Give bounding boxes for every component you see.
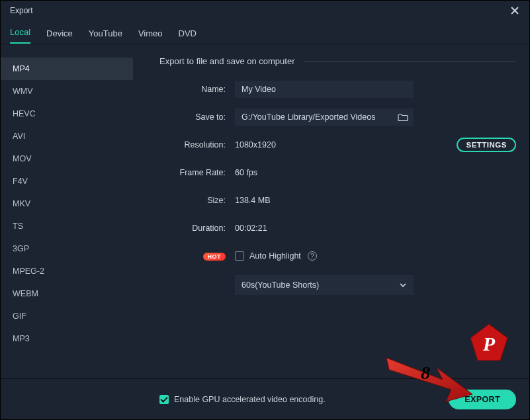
- format-sidebar: MP4 WMV HEVC AVI MOV F4V MKV TS 3GP MPEG…: [1, 44, 133, 379]
- format-mp3[interactable]: MP3: [1, 327, 133, 350]
- export-dialog: Export Local Device YouTube Vimeo DVD MP…: [0, 0, 530, 420]
- size-label: Size:: [159, 196, 226, 205]
- format-ts[interactable]: TS: [1, 215, 133, 237]
- footer: Enable GPU accelerated video encoding. E…: [1, 378, 529, 419]
- section-divider: [304, 61, 516, 62]
- window-title: Export: [10, 6, 33, 15]
- framerate-value: 60 fps: [235, 168, 257, 177]
- auto-highlight-label: Auto Highlight: [249, 251, 301, 261]
- close-icon: [511, 7, 519, 15]
- size-value: 138.4 MB: [235, 196, 271, 205]
- name-label: Name:: [159, 85, 226, 94]
- tab-local[interactable]: Local: [10, 27, 30, 44]
- format-mp4[interactable]: MP4: [1, 58, 133, 80]
- format-mov[interactable]: MOV: [1, 147, 133, 170]
- auto-highlight-checkbox[interactable]: [235, 251, 244, 261]
- name-input[interactable]: [235, 81, 414, 98]
- tab-bar: Local Device YouTube Vimeo DVD: [1, 21, 529, 44]
- dialog-body: MP4 WMV HEVC AVI MOV F4V MKV TS 3GP MPEG…: [1, 44, 529, 379]
- highlight-duration-select[interactable]: 60s(YouTube Shorts): [235, 275, 414, 295]
- framerate-label: Frame Rate:: [159, 168, 226, 177]
- format-mpeg2[interactable]: MPEG-2: [1, 260, 133, 282]
- duration-label: Duration:: [159, 224, 226, 233]
- section-label: Export to file and save on computer: [159, 56, 295, 66]
- format-f4v[interactable]: F4V: [1, 170, 133, 192]
- tab-vimeo[interactable]: Vimeo: [138, 28, 163, 44]
- highlight-duration-value: 60s(YouTube Shorts): [242, 280, 399, 290]
- format-wmv[interactable]: WMV: [1, 80, 133, 103]
- main-panel: Export to file and save on computer Name…: [133, 44, 529, 379]
- format-hevc[interactable]: HEVC: [1, 103, 133, 125]
- duration-value: 00:02:21: [235, 224, 267, 233]
- chevron-down-icon: [399, 281, 407, 289]
- section-header: Export to file and save on computer: [159, 56, 516, 66]
- settings-button[interactable]: SETTINGS: [457, 138, 516, 152]
- folder-icon[interactable]: [398, 112, 408, 122]
- format-3gp[interactable]: 3GP: [1, 237, 133, 260]
- tab-device[interactable]: Device: [46, 28, 73, 44]
- resolution-label: Resolution:: [159, 140, 226, 149]
- tab-dvd[interactable]: DVD: [179, 28, 197, 44]
- saveto-path: G:/YouTube Library/Exported Videos: [242, 112, 398, 122]
- saveto-label: Save to:: [159, 112, 226, 122]
- format-webm[interactable]: WEBM: [1, 282, 133, 305]
- hot-badge: HOT: [203, 253, 226, 261]
- format-mkv[interactable]: MKV: [1, 192, 133, 215]
- format-gif[interactable]: GIF: [1, 305, 133, 327]
- resolution-value: 1080x1920: [235, 140, 276, 149]
- format-avi[interactable]: AVI: [1, 125, 133, 147]
- gpu-label: Enable GPU accelerated video encoding.: [174, 395, 326, 404]
- titlebar: Export: [1, 1, 529, 21]
- export-button[interactable]: EXPORT: [449, 390, 516, 409]
- tab-youtube[interactable]: YouTube: [89, 28, 122, 44]
- gpu-checkbox[interactable]: [159, 395, 169, 404]
- saveto-field[interactable]: G:/YouTube Library/Exported Videos: [235, 108, 414, 126]
- close-button[interactable]: [507, 3, 523, 19]
- help-icon[interactable]: ?: [308, 251, 317, 261]
